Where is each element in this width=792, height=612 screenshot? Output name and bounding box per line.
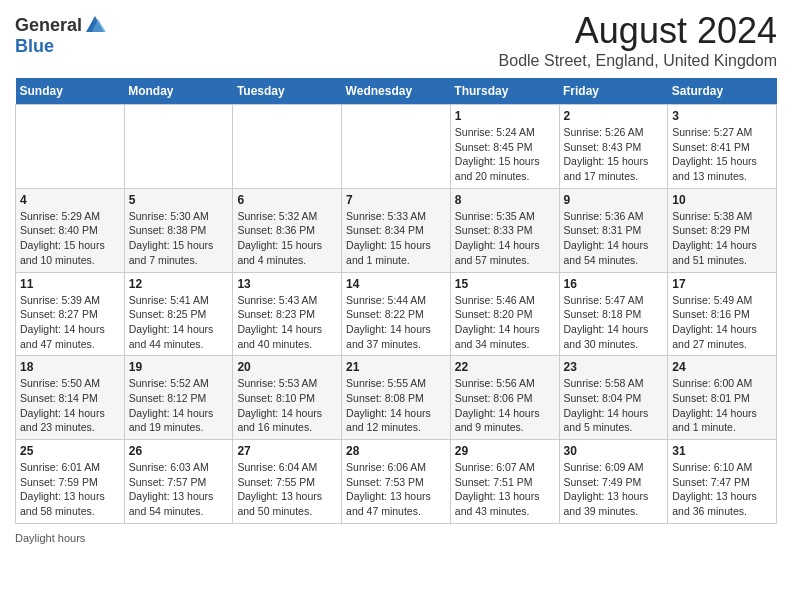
day-info: Sunrise: 5:32 AMSunset: 8:36 PMDaylight:… bbox=[237, 209, 337, 268]
day-number: 8 bbox=[455, 193, 555, 207]
day-number: 19 bbox=[129, 360, 229, 374]
calendar-cell: 3Sunrise: 5:27 AMSunset: 8:41 PMDaylight… bbox=[668, 105, 777, 189]
day-info: Sunrise: 6:06 AMSunset: 7:53 PMDaylight:… bbox=[346, 460, 446, 519]
day-info: Sunrise: 5:47 AMSunset: 8:18 PMDaylight:… bbox=[564, 293, 664, 352]
day-number: 4 bbox=[20, 193, 120, 207]
day-number: 17 bbox=[672, 277, 772, 291]
day-number: 7 bbox=[346, 193, 446, 207]
day-number: 1 bbox=[455, 109, 555, 123]
calendar-cell: 22Sunrise: 5:56 AMSunset: 8:06 PMDayligh… bbox=[450, 356, 559, 440]
month-year-title: August 2024 bbox=[499, 10, 777, 52]
day-info: Sunrise: 5:35 AMSunset: 8:33 PMDaylight:… bbox=[455, 209, 555, 268]
day-number: 25 bbox=[20, 444, 120, 458]
day-info: Sunrise: 5:55 AMSunset: 8:08 PMDaylight:… bbox=[346, 376, 446, 435]
calendar-week-row: 11Sunrise: 5:39 AMSunset: 8:27 PMDayligh… bbox=[16, 272, 777, 356]
calendar-table: SundayMondayTuesdayWednesdayThursdayFrid… bbox=[15, 78, 777, 524]
calendar-cell: 31Sunrise: 6:10 AMSunset: 7:47 PMDayligh… bbox=[668, 440, 777, 524]
day-number: 18 bbox=[20, 360, 120, 374]
day-info: Sunrise: 5:56 AMSunset: 8:06 PMDaylight:… bbox=[455, 376, 555, 435]
day-number: 20 bbox=[237, 360, 337, 374]
day-info: Sunrise: 5:46 AMSunset: 8:20 PMDaylight:… bbox=[455, 293, 555, 352]
day-info: Sunrise: 5:33 AMSunset: 8:34 PMDaylight:… bbox=[346, 209, 446, 268]
calendar-cell bbox=[16, 105, 125, 189]
day-info: Sunrise: 6:04 AMSunset: 7:55 PMDaylight:… bbox=[237, 460, 337, 519]
weekday-header: Wednesday bbox=[342, 78, 451, 105]
calendar-cell: 4Sunrise: 5:29 AMSunset: 8:40 PMDaylight… bbox=[16, 188, 125, 272]
calendar-cell: 14Sunrise: 5:44 AMSunset: 8:22 PMDayligh… bbox=[342, 272, 451, 356]
calendar-cell: 17Sunrise: 5:49 AMSunset: 8:16 PMDayligh… bbox=[668, 272, 777, 356]
logo: General Blue bbox=[15, 14, 106, 57]
calendar-cell: 16Sunrise: 5:47 AMSunset: 8:18 PMDayligh… bbox=[559, 272, 668, 356]
weekday-header: Saturday bbox=[668, 78, 777, 105]
day-info: Sunrise: 5:30 AMSunset: 8:38 PMDaylight:… bbox=[129, 209, 229, 268]
calendar-cell: 19Sunrise: 5:52 AMSunset: 8:12 PMDayligh… bbox=[124, 356, 233, 440]
day-number: 22 bbox=[455, 360, 555, 374]
calendar-cell: 20Sunrise: 5:53 AMSunset: 8:10 PMDayligh… bbox=[233, 356, 342, 440]
calendar-cell bbox=[124, 105, 233, 189]
weekday-header: Tuesday bbox=[233, 78, 342, 105]
calendar-cell: 15Sunrise: 5:46 AMSunset: 8:20 PMDayligh… bbox=[450, 272, 559, 356]
logo-icon bbox=[84, 14, 106, 36]
day-info: Sunrise: 5:58 AMSunset: 8:04 PMDaylight:… bbox=[564, 376, 664, 435]
day-info: Sunrise: 6:01 AMSunset: 7:59 PMDaylight:… bbox=[20, 460, 120, 519]
weekday-header: Sunday bbox=[16, 78, 125, 105]
calendar-cell: 11Sunrise: 5:39 AMSunset: 8:27 PMDayligh… bbox=[16, 272, 125, 356]
calendar-cell: 6Sunrise: 5:32 AMSunset: 8:36 PMDaylight… bbox=[233, 188, 342, 272]
day-number: 30 bbox=[564, 444, 664, 458]
calendar-week-row: 1Sunrise: 5:24 AMSunset: 8:45 PMDaylight… bbox=[16, 105, 777, 189]
day-number: 6 bbox=[237, 193, 337, 207]
calendar-cell: 9Sunrise: 5:36 AMSunset: 8:31 PMDaylight… bbox=[559, 188, 668, 272]
calendar-cell: 1Sunrise: 5:24 AMSunset: 8:45 PMDaylight… bbox=[450, 105, 559, 189]
calendar-cell: 13Sunrise: 5:43 AMSunset: 8:23 PMDayligh… bbox=[233, 272, 342, 356]
day-number: 27 bbox=[237, 444, 337, 458]
calendar-cell: 2Sunrise: 5:26 AMSunset: 8:43 PMDaylight… bbox=[559, 105, 668, 189]
day-info: Sunrise: 5:50 AMSunset: 8:14 PMDaylight:… bbox=[20, 376, 120, 435]
footer: Daylight hours bbox=[15, 532, 777, 544]
logo-blue-text: Blue bbox=[15, 36, 54, 57]
calendar-cell: 7Sunrise: 5:33 AMSunset: 8:34 PMDaylight… bbox=[342, 188, 451, 272]
day-info: Sunrise: 5:44 AMSunset: 8:22 PMDaylight:… bbox=[346, 293, 446, 352]
day-info: Sunrise: 6:10 AMSunset: 7:47 PMDaylight:… bbox=[672, 460, 772, 519]
calendar-cell bbox=[233, 105, 342, 189]
calendar-cell: 18Sunrise: 5:50 AMSunset: 8:14 PMDayligh… bbox=[16, 356, 125, 440]
day-number: 10 bbox=[672, 193, 772, 207]
calendar-cell bbox=[342, 105, 451, 189]
day-info: Sunrise: 6:00 AMSunset: 8:01 PMDaylight:… bbox=[672, 376, 772, 435]
calendar-cell: 23Sunrise: 5:58 AMSunset: 8:04 PMDayligh… bbox=[559, 356, 668, 440]
day-number: 14 bbox=[346, 277, 446, 291]
day-number: 24 bbox=[672, 360, 772, 374]
day-info: Sunrise: 5:29 AMSunset: 8:40 PMDaylight:… bbox=[20, 209, 120, 268]
calendar-cell: 5Sunrise: 5:30 AMSunset: 8:38 PMDaylight… bbox=[124, 188, 233, 272]
day-number: 16 bbox=[564, 277, 664, 291]
calendar-cell: 12Sunrise: 5:41 AMSunset: 8:25 PMDayligh… bbox=[124, 272, 233, 356]
day-number: 31 bbox=[672, 444, 772, 458]
weekday-header-row: SundayMondayTuesdayWednesdayThursdayFrid… bbox=[16, 78, 777, 105]
calendar-cell: 29Sunrise: 6:07 AMSunset: 7:51 PMDayligh… bbox=[450, 440, 559, 524]
calendar-cell: 25Sunrise: 6:01 AMSunset: 7:59 PMDayligh… bbox=[16, 440, 125, 524]
day-info: Sunrise: 5:53 AMSunset: 8:10 PMDaylight:… bbox=[237, 376, 337, 435]
day-number: 29 bbox=[455, 444, 555, 458]
day-info: Sunrise: 6:03 AMSunset: 7:57 PMDaylight:… bbox=[129, 460, 229, 519]
day-info: Sunrise: 5:36 AMSunset: 8:31 PMDaylight:… bbox=[564, 209, 664, 268]
day-number: 28 bbox=[346, 444, 446, 458]
calendar-cell: 28Sunrise: 6:06 AMSunset: 7:53 PMDayligh… bbox=[342, 440, 451, 524]
day-number: 15 bbox=[455, 277, 555, 291]
calendar-cell: 27Sunrise: 6:04 AMSunset: 7:55 PMDayligh… bbox=[233, 440, 342, 524]
location-subtitle: Bodle Street, England, United Kingdom bbox=[499, 52, 777, 70]
day-number: 5 bbox=[129, 193, 229, 207]
weekday-header: Thursday bbox=[450, 78, 559, 105]
calendar-cell: 10Sunrise: 5:38 AMSunset: 8:29 PMDayligh… bbox=[668, 188, 777, 272]
day-info: Sunrise: 5:49 AMSunset: 8:16 PMDaylight:… bbox=[672, 293, 772, 352]
day-info: Sunrise: 5:52 AMSunset: 8:12 PMDaylight:… bbox=[129, 376, 229, 435]
logo-general-text: General bbox=[15, 15, 82, 36]
day-number: 9 bbox=[564, 193, 664, 207]
calendar-cell: 26Sunrise: 6:03 AMSunset: 7:57 PMDayligh… bbox=[124, 440, 233, 524]
day-info: Sunrise: 5:39 AMSunset: 8:27 PMDaylight:… bbox=[20, 293, 120, 352]
calendar-week-row: 25Sunrise: 6:01 AMSunset: 7:59 PMDayligh… bbox=[16, 440, 777, 524]
day-info: Sunrise: 6:07 AMSunset: 7:51 PMDaylight:… bbox=[455, 460, 555, 519]
calendar-cell: 30Sunrise: 6:09 AMSunset: 7:49 PMDayligh… bbox=[559, 440, 668, 524]
day-info: Sunrise: 5:38 AMSunset: 8:29 PMDaylight:… bbox=[672, 209, 772, 268]
title-section: August 2024 Bodle Street, England, Unite… bbox=[499, 10, 777, 70]
day-info: Sunrise: 6:09 AMSunset: 7:49 PMDaylight:… bbox=[564, 460, 664, 519]
calendar-cell: 8Sunrise: 5:35 AMSunset: 8:33 PMDaylight… bbox=[450, 188, 559, 272]
